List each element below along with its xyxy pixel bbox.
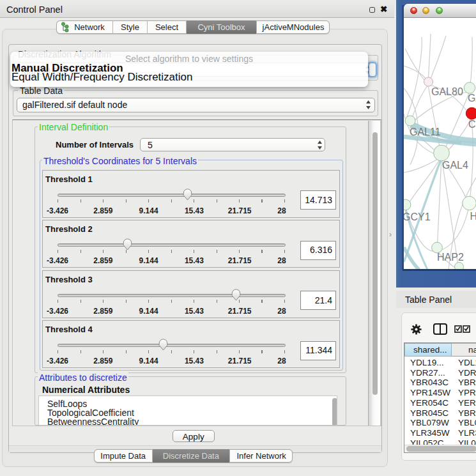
svg-text:GAL11: GAL11 bbox=[410, 127, 441, 137]
svg-text:HAP2: HAP2 bbox=[437, 252, 464, 263]
svg-text:GAL80: GAL80 bbox=[431, 86, 463, 96]
svg-text:GCY1: GCY1 bbox=[404, 211, 431, 222]
svg-text:H: H bbox=[470, 211, 476, 222]
svg-text:GAL4: GAL4 bbox=[442, 160, 468, 171]
svg-text:C: C bbox=[468, 119, 476, 130]
svg-text:GA: GA bbox=[468, 93, 476, 104]
